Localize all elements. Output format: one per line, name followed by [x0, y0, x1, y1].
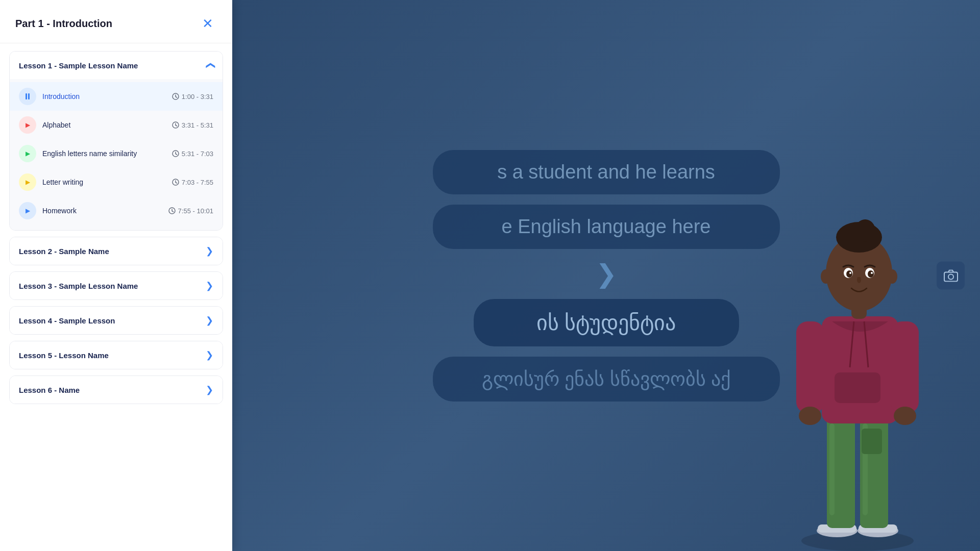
chevron-down-icon: ❯ — [596, 259, 617, 289]
lesson-5-chevron: ❯ — [206, 349, 213, 361]
lesson-item-time: 7:55 - 10:01 — [168, 207, 213, 215]
character-svg — [786, 194, 929, 551]
character-illustration — [786, 194, 929, 551]
sidebar-panel: Part 1 - Introduction ✕ Lesson 1 - Sampl… — [0, 0, 232, 551]
lesson-1-title: Lesson 1 - Sample Lesson Name — [19, 61, 138, 70]
play-icon: ▶ — [26, 179, 30, 186]
play-button-homework[interactable]: ▶ — [19, 202, 36, 219]
sidebar-title: Part 1 - Introduction — [15, 18, 112, 30]
svg-point-22 — [846, 270, 852, 278]
clock-icon — [172, 93, 179, 100]
lesson-4-chevron: ❯ — [206, 315, 213, 326]
list-item[interactable]: ▶ Letter writing 7:03 - 7:55 — [10, 168, 223, 196]
lesson-item-time: 3:31 - 5:31 — [172, 121, 213, 129]
svg-rect-13 — [891, 321, 919, 413]
play-icon: ▶ — [26, 207, 30, 214]
lesson-3-title: Lesson 3 - Sample Lesson Name — [19, 282, 138, 290]
svg-point-0 — [801, 531, 914, 551]
camera-button[interactable] — [937, 262, 965, 290]
svg-rect-30 — [944, 272, 958, 281]
lesson-item-time: 7:03 - 7:55 — [172, 179, 213, 186]
svg-point-14 — [799, 407, 821, 425]
svg-point-19 — [855, 219, 875, 242]
svg-point-15 — [894, 407, 916, 425]
lesson-item-name: Introduction — [42, 92, 172, 101]
lesson-2-title: Lesson 2 - Sample Name — [19, 247, 109, 256]
lesson-6-title: Lesson 6 - Name — [19, 386, 80, 394]
svg-point-26 — [821, 269, 831, 284]
lesson-1-chevron: ❯ — [204, 62, 215, 69]
lesson-item-time: 1:00 - 3:31 — [172, 93, 213, 101]
georgian-bubble-1: ის სტუდენტია — [474, 299, 739, 346]
play-button-english-letters[interactable]: ▶ — [19, 145, 36, 162]
clock-icon — [172, 150, 179, 157]
lesson-item-time: 5:31 - 7:03 — [172, 150, 213, 158]
lesson-6-chevron: ❯ — [206, 384, 213, 395]
georgian-bubble-2: გლისურ ენას სწავლობს აქ — [433, 357, 780, 402]
svg-rect-10 — [822, 316, 898, 423]
list-item[interactable]: ▶ Homework 7:55 - 10:01 — [10, 196, 223, 225]
svg-point-31 — [948, 274, 953, 279]
svg-rect-11 — [835, 372, 880, 403]
svg-point-23 — [868, 270, 874, 278]
close-button[interactable]: ✕ — [199, 14, 217, 33]
clock-icon — [172, 179, 179, 186]
svg-rect-7 — [829, 423, 835, 515]
text-bubble-1: s a student and he learns — [433, 150, 780, 194]
svg-rect-12 — [796, 321, 824, 413]
lesson-2-chevron: ❯ — [206, 245, 213, 257]
lesson-1-items: Introduction 1:00 - 3:31 ▶ Alphabet — [10, 79, 223, 230]
lesson-3-header[interactable]: Lesson 3 - Sample Lesson Name ❯ — [10, 272, 223, 299]
sidebar-scroll-area[interactable]: Lesson 1 - Sample Lesson Name ❯ Introduc… — [0, 43, 232, 551]
list-item[interactable]: ▶ English letters name similarity 5:31 -… — [10, 139, 223, 168]
lesson-item-name: English letters name similarity — [42, 149, 172, 158]
sidebar-header: Part 1 - Introduction ✕ — [0, 0, 232, 43]
lesson-item-name: Alphabet — [42, 121, 172, 129]
clock-icon — [172, 121, 179, 129]
svg-point-25 — [871, 272, 873, 274]
lesson-accordion-4: Lesson 4 - Sample Lesson ❯ — [9, 306, 223, 335]
lesson-2-header[interactable]: Lesson 2 - Sample Name ❯ — [10, 237, 223, 265]
lesson-item-name: Homework — [42, 207, 168, 215]
lesson-4-header[interactable]: Lesson 4 - Sample Lesson ❯ — [10, 307, 223, 334]
list-item[interactable]: Introduction 1:00 - 3:31 — [10, 82, 223, 111]
lesson-accordion-6: Lesson 6 - Name ❯ — [9, 375, 223, 404]
lesson-5-title: Lesson 5 - Lesson Name — [19, 351, 109, 360]
lesson-accordion-2: Lesson 2 - Sample Name ❯ — [9, 237, 223, 265]
lesson-1-header[interactable]: Lesson 1 - Sample Lesson Name ❯ — [10, 52, 223, 79]
play-button-letter-writing[interactable]: ▶ — [19, 173, 36, 191]
lesson-item-name: Letter writing — [42, 178, 172, 186]
lesson-accordion-3: Lesson 3 - Sample Lesson Name ❯ — [9, 271, 223, 300]
lesson-accordion-1: Lesson 1 - Sample Lesson Name ❯ Introduc… — [9, 51, 223, 231]
svg-point-24 — [849, 272, 851, 274]
svg-point-27 — [887, 269, 897, 284]
lesson-4-title: Lesson 4 - Sample Lesson — [19, 316, 115, 325]
play-icon: ▶ — [26, 121, 30, 129]
clock-icon — [168, 207, 176, 214]
play-icon: ▶ — [26, 150, 30, 157]
lesson-5-header[interactable]: Lesson 5 - Lesson Name ❯ — [10, 341, 223, 369]
list-item[interactable]: ▶ Alphabet 3:31 - 5:31 — [10, 111, 223, 139]
svg-rect-9 — [862, 429, 882, 454]
text-bubble-2: e English language here — [433, 205, 780, 249]
lesson-accordion-5: Lesson 5 - Lesson Name ❯ — [9, 341, 223, 369]
pause-button-introduction[interactable] — [19, 88, 36, 105]
lesson-6-header[interactable]: Lesson 6 - Name ❯ — [10, 376, 223, 404]
lesson-3-chevron: ❯ — [206, 280, 213, 291]
play-button-alphabet[interactable]: ▶ — [19, 116, 36, 134]
